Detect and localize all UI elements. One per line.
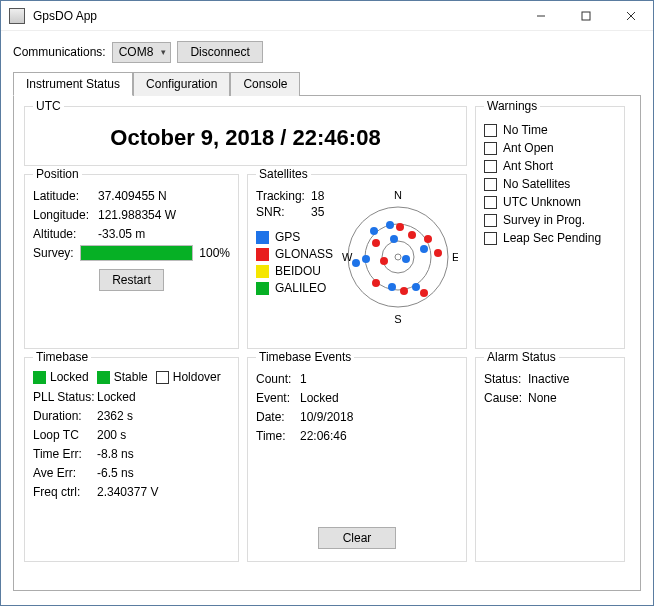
galileo-swatch [256,282,269,295]
svg-point-12 [386,221,394,229]
time-err-value: -8.8 ns [97,447,230,461]
glonass-swatch [256,248,269,261]
svg-point-21 [388,283,396,291]
latitude-label: Latitude: [33,189,98,203]
legend-glonass: GLONASS [275,247,333,261]
position-legend: Position [33,167,82,181]
latitude-value: 37.409455 N [98,189,230,203]
checkbox-utc-unknown[interactable] [484,196,497,209]
tracking-label: Tracking: [256,189,311,203]
window-title: GpsDO App [33,9,97,23]
survey-progress [80,245,194,261]
satellites-group: Satellites Tracking:18 SNR:35 GPS GLONAS… [247,174,467,349]
checkbox-ant-open[interactable] [484,142,497,155]
tracking-value: 18 [311,189,338,203]
tab-instrument-status[interactable]: Instrument Status [13,72,133,96]
longitude-value: 121.988354 W [98,208,230,222]
minimize-button[interactable] [518,1,563,30]
loop-tc-value: 200 s [97,428,230,442]
loop-tc-label: Loop TC [33,428,97,442]
warning-label: UTC Unknown [503,195,581,209]
alarm-status-label: Status: [484,372,528,386]
time-label: Time: [256,429,300,443]
survey-percent: 100% [199,246,230,260]
port-select-value: COM8 [119,45,154,59]
svg-point-19 [380,257,388,265]
svg-point-10 [372,239,380,247]
checkbox-leap-sec-pending[interactable] [484,232,497,245]
svg-point-17 [362,255,370,263]
close-button[interactable] [608,1,653,30]
flag-stable: Stable [114,370,148,384]
svg-point-22 [400,287,408,295]
count-label: Count: [256,372,300,386]
sky-plot: N S W E [338,187,458,327]
warning-label: Leap Sec Pending [503,231,601,245]
svg-point-24 [420,289,428,297]
restart-button[interactable]: Restart [99,269,164,291]
checkbox-no-time[interactable] [484,124,497,137]
tab-console[interactable]: Console [230,72,300,96]
time-err-label: Time Err: [33,447,97,461]
communications-row: Communications: COM8 ▾ Disconnect [13,41,641,63]
clear-button[interactable]: Clear [318,527,397,549]
flag-locked: Locked [50,370,89,384]
warning-label: No Time [503,123,548,137]
beidou-swatch [256,265,269,278]
svg-point-23 [412,283,420,291]
titlebar: GpsDO App [1,1,653,31]
snr-label: SNR: [256,205,311,219]
alarm-status-legend: Alarm Status [484,350,559,364]
count-value: 1 [300,372,458,386]
compass-n: N [394,189,402,201]
checkbox-no-satellites[interactable] [484,178,497,191]
svg-point-11 [370,227,378,235]
tab-page-status: UTC October 9, 2018 / 22:46:08 Warnings … [13,95,641,591]
svg-point-15 [424,235,432,243]
minimize-icon [536,11,546,21]
date-value: 10/9/2018 [300,410,458,424]
alarm-status-value: Inactive [528,372,616,386]
warning-label: Survey in Prog. [503,213,585,227]
timebase-events-legend: Timebase Events [256,350,354,364]
gps-swatch [256,231,269,244]
checkbox-ant-short[interactable] [484,160,497,173]
port-select[interactable]: COM8 ▾ [112,42,172,63]
event-label: Event: [256,391,300,405]
longitude-label: Longitude: [33,208,98,222]
disconnect-button[interactable]: Disconnect [177,41,262,63]
warning-label: Ant Short [503,159,553,173]
alarm-cause-label: Cause: [484,391,528,405]
tab-strip: Instrument Status Configuration Console [13,72,641,96]
svg-point-8 [390,235,398,243]
svg-rect-1 [582,12,590,20]
survey-label: Survey: [33,246,74,260]
altitude-value: -33.05 m [98,227,230,241]
tab-configuration[interactable]: Configuration [133,72,230,96]
time-value: 22:06:46 [300,429,458,443]
ave-err-label: Ave Err: [33,466,97,480]
svg-point-25 [372,279,380,287]
utc-value: October 9, 2018 / 22:46:08 [110,125,380,151]
utc-legend: UTC [33,99,64,113]
app-window: GpsDO App Communications: COM8 ▾ Disconn… [0,0,654,606]
freq-ctrl-label: Freq ctrl: [33,485,97,499]
alarm-status-group: Alarm Status Status:Inactive Cause:None [475,357,625,562]
utc-group: UTC October 9, 2018 / 22:46:08 [24,106,467,166]
legend-gps: GPS [275,230,300,244]
sky-plot-icon: N S W E [338,187,458,327]
warning-label: No Satellites [503,177,570,191]
timebase-events-group: Timebase Events Count:1 Event:Locked Dat… [247,357,467,562]
svg-point-18 [352,259,360,267]
altitude-label: Altitude: [33,227,98,241]
ave-err-value: -6.5 ns [97,466,230,480]
locked-swatch [33,371,46,384]
stable-swatch [97,371,110,384]
timebase-group: Timebase Locked Stable Holdover PLL Stat… [24,357,239,562]
maximize-button[interactable] [563,1,608,30]
checkbox-survey-in-prog[interactable] [484,214,497,227]
communications-label: Communications: [13,45,106,59]
event-value: Locked [300,391,458,405]
satellites-legend: Satellites [256,167,311,181]
svg-point-16 [434,249,442,257]
